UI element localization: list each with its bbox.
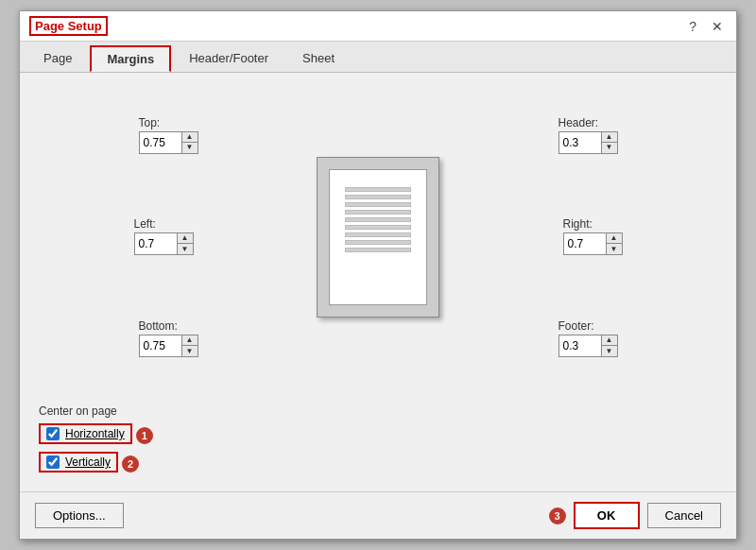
header-input[interactable] — [559, 134, 601, 151]
header-spin-down[interactable]: ▼ — [602, 143, 617, 153]
vertically-row: Vertically 2 — [39, 452, 717, 476]
cancel-button[interactable]: Cancel — [647, 503, 721, 528]
line-3 — [345, 202, 411, 207]
line-8 — [345, 240, 411, 245]
left-spin-up[interactable]: ▲ — [178, 233, 193, 244]
bottom-field-area: Bottom: ▲ ▼ — [139, 312, 198, 357]
vertically-badge: 2 — [122, 455, 139, 473]
footer-spin-buttons: ▲ ▼ — [601, 335, 617, 356]
right-spin-field: ▲ ▼ — [563, 232, 623, 255]
line-2 — [345, 195, 411, 199]
bottom-spin-up[interactable]: ▲ — [182, 335, 198, 346]
margins-layout: Top: ▲ ▼ — [39, 88, 717, 386]
top-spin-down[interactable]: ▼ — [182, 143, 198, 153]
bottom-margin-field: Bottom: ▲ ▼ — [139, 319, 198, 357]
page-outer — [317, 157, 439, 318]
ok-badge: 3 — [549, 507, 566, 524]
line-9 — [345, 248, 411, 252]
tab-bar: Page Margins Header/Footer Sheet — [20, 42, 736, 73]
top-field-area: Top: ▲ ▼ — [139, 116, 198, 162]
footer-spin-down[interactable]: ▼ — [602, 346, 617, 356]
top-spin-up[interactable]: ▲ — [182, 132, 198, 143]
bottom-spin-down[interactable]: ▼ — [182, 346, 198, 356]
page-setup-dialog: Page Setup ? ✕ Page Margins Header/Foote… — [19, 10, 737, 540]
right-spin-down[interactable]: ▼ — [607, 244, 622, 254]
left-input[interactable] — [135, 235, 177, 252]
horizontally-row: Horizontally 1 — [39, 423, 717, 448]
content-area: Top: ▲ ▼ — [20, 73, 736, 491]
horizontally-label: Horizontally — [65, 427, 125, 440]
dialog-title: Page Setup — [29, 16, 108, 36]
header-field-area: Header: ▲ ▼ — [558, 116, 618, 162]
footer-margin-field: Footer: ▲ ▼ — [558, 319, 618, 357]
line-7 — [345, 232, 411, 237]
bottom-spin-buttons: ▲ ▼ — [181, 335, 198, 356]
horizontally-checkbox[interactable] — [46, 427, 60, 440]
line-4 — [345, 210, 411, 215]
bottom-actions: Options... 3 OK Cancel — [20, 491, 736, 539]
top-input[interactable] — [140, 134, 181, 151]
tab-sheet[interactable]: Sheet — [286, 45, 351, 72]
horizontally-badge: 1 — [136, 427, 153, 444]
right-spin-up[interactable]: ▲ — [607, 233, 622, 244]
tab-margins[interactable]: Margins — [90, 45, 171, 72]
left-field-area: Left: ▲ ▼ — [134, 217, 203, 255]
footer-spin-up[interactable]: ▲ — [602, 335, 617, 346]
line-1 — [345, 187, 411, 192]
right-margin-field: Right: ▲ ▼ — [563, 217, 623, 255]
header-label: Header: — [558, 116, 599, 129]
vertically-checkbox-row: Vertically — [39, 452, 118, 473]
tab-page[interactable]: Page — [27, 45, 88, 72]
bottom-spin-field: ▲ ▼ — [139, 335, 198, 357]
page-inner — [329, 169, 427, 305]
title-bar: Page Setup ? ✕ — [20, 11, 736, 42]
title-bar-controls: ? ✕ — [685, 19, 727, 34]
header-margin-field: Header: ▲ ▼ — [558, 116, 618, 154]
ok-button[interactable]: OK — [574, 502, 640, 529]
center-checkboxes: Horizontally 1 Vertically 2 — [39, 423, 717, 476]
help-button[interactable]: ? — [685, 19, 700, 34]
left-margin-field: Left: ▲ ▼ — [134, 217, 194, 255]
line-5 — [345, 217, 411, 222]
header-spin-up[interactable]: ▲ — [602, 132, 617, 143]
right-label: Right: — [563, 217, 593, 231]
right-field-area: Right: ▲ ▼ — [554, 217, 623, 255]
line-6 — [345, 225, 411, 230]
horizontally-checkbox-row: Horizontally — [39, 423, 132, 444]
top-spin-field: ▲ ▼ — [139, 131, 198, 154]
header-spin-field: ▲ ▼ — [558, 131, 618, 154]
left-spin-down[interactable]: ▼ — [178, 244, 193, 254]
center-on-page-section: Center on page Horizontally 1 Vertically… — [39, 397, 717, 476]
footer-field-area: Footer: ▲ ▼ — [558, 312, 618, 357]
left-spin-field: ▲ ▼ — [134, 232, 194, 255]
tab-header-footer[interactable]: Header/Footer — [173, 45, 284, 72]
footer-input[interactable] — [559, 337, 601, 354]
header-spin-buttons: ▲ ▼ — [601, 132, 617, 153]
page-preview — [298, 147, 458, 327]
vertically-checkbox[interactable] — [46, 455, 60, 469]
footer-spin-field: ▲ ▼ — [558, 335, 618, 357]
left-label: Left: — [134, 217, 156, 231]
top-label: Top: — [139, 116, 161, 129]
page-lines — [345, 187, 411, 287]
center-on-page-title: Center on page — [39, 404, 717, 418]
close-button[interactable]: ✕ — [708, 19, 727, 34]
bottom-label: Bottom: — [139, 319, 178, 333]
left-spin-buttons: ▲ ▼ — [177, 233, 193, 254]
right-spin-buttons: ▲ ▼ — [606, 233, 622, 254]
vertically-label: Vertically — [65, 455, 111, 469]
ok-badge-area: 3 OK — [545, 502, 640, 529]
right-input[interactable] — [564, 235, 606, 252]
top-margin-field: Top: ▲ ▼ — [139, 116, 198, 154]
bottom-input[interactable] — [140, 337, 181, 354]
top-spin-buttons: ▲ ▼ — [181, 132, 198, 153]
options-button[interactable]: Options... — [35, 503, 124, 528]
footer-label: Footer: — [558, 319, 594, 333]
